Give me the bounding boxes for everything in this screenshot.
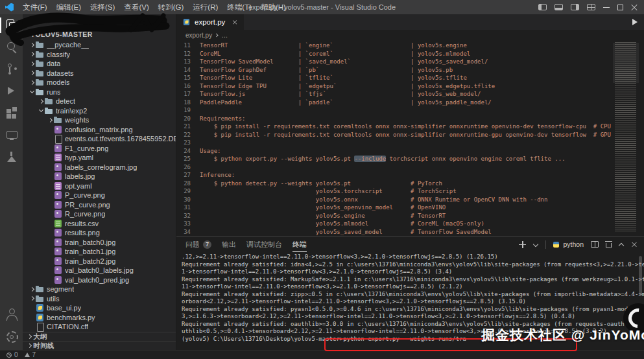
activity-bar-item[interactable] [0,303,23,325]
tree-item[interactable]: train_batch1.jpg [23,247,176,257]
problems-status[interactable]: 0 7 [6,351,36,358]
new-terminal-icon[interactable] [519,241,526,248]
panel-tab[interactable]: 调试控制台 [246,237,282,252]
code-line: 12 CoreML | `coreml` | yolov5s.mlmodel [176,50,613,58]
close-window-icon[interactable] [631,4,638,10]
tree-item[interactable]: results.csv [23,219,176,229]
menu-item[interactable]: 运行(R) [188,1,222,14]
tree-item[interactable]: opt.yaml [23,181,176,191]
tree-item[interactable]: runs [23,87,176,97]
activity-bar-item[interactable] [0,124,23,146]
tree-item[interactable]: benchmarks.py [23,313,176,323]
tree-item[interactable]: classify [23,50,176,60]
tree-file-icon [54,238,62,246]
tree-item[interactable]: data [23,59,176,69]
line-number: 27 [176,171,200,180]
tree-item-label: R_curve.png [65,210,105,218]
tree-item[interactable]: train_batch0.jpg [23,238,176,248]
activity-bar-item[interactable] [0,14,23,36]
code-line: 16 TensorFlow Edge TPU | `edgetpu` | yol… [176,82,613,91]
sidebar-section-header[interactable]: 大纲 [23,332,176,341]
tree-file-icon [54,182,62,190]
tree-item[interactable]: val_batch0_labels.jpg [23,266,176,275]
activity-bar-item[interactable] [0,146,23,168]
maximize-icon[interactable] [617,5,623,10]
chevron-right-icon [27,333,33,341]
tree-chevron-icon [47,145,54,152]
menu-item[interactable]: 查看(V) [119,1,153,14]
tree-item[interactable]: PR_curve.png [23,200,176,210]
tree-item[interactable]: labels_correlogram.jpg [23,163,176,172]
code-line: 23 [176,139,613,147]
tree-item-label: datasets [47,69,74,77]
tree-item[interactable]: hyp.yaml [23,153,176,163]
tree-item[interactable]: utils [23,294,176,304]
code-text: Requirements: [200,115,245,123]
panel-tab[interactable]: 终端 [292,237,307,252]
close-tab-icon[interactable] [233,20,237,25]
toggle-panel-icon[interactable] [555,4,563,10]
tree-file-icon [54,229,62,237]
tree-item[interactable]: val_batch0_pred.jpg [23,275,176,285]
toggle-secondary-sidebar-icon[interactable] [571,4,579,10]
tree-item[interactable]: train_batch2.jpg [23,257,176,266]
explorer-root-folder[interactable]: YOLOV5-MASTER [23,29,176,40]
panel-tab[interactable]: 问题 7 [185,237,211,252]
kill-terminal-icon[interactable] [606,243,612,248]
code-line: 33 yolov5s.mlmodel # CoreML (macOS-only) [176,220,613,228]
tree-item[interactable]: __pycache__ [23,40,176,50]
tree-chevron-icon [47,163,54,171]
tree-item[interactable]: CITATION.cff [23,322,176,332]
code-text: TensorFlow Lite | `tflite` | yolov5s.tfl… [200,74,467,82]
breadcrumb-item[interactable]: export.py [184,32,213,39]
tree-item[interactable]: train\exp2 [23,106,176,116]
close-panel-icon[interactable] [632,242,637,247]
toggle-sidebar-icon[interactable] [538,4,547,10]
tree-item[interactable]: weights [23,115,176,125]
run-python-file-icon[interactable] [632,19,638,25]
tree-file-icon [54,172,62,180]
tree-item[interactable]: base_ui.py [23,303,176,313]
activity-bar-item[interactable] [0,36,23,58]
minimap[interactable] [613,40,644,236]
split-terminal-icon[interactable] [591,241,599,248]
activity-bar-item[interactable] [0,325,23,347]
tree-item-label: weights [65,116,89,124]
menu-item[interactable]: 编辑(E) [52,1,86,14]
tree-item[interactable]: labels.jpg [23,172,176,181]
tree-item[interactable]: confusion_matrix.png [23,125,176,135]
code-editor[interactable]: 11 TensorRT | `engine` | yolov5s.engine … [176,40,644,236]
tree-chevron-icon [29,88,36,96]
sidebar-section-header[interactable]: 时间线 [23,341,176,350]
tree-item[interactable]: detect [23,97,176,106]
tree-chevron-icon [38,107,45,115]
activity-bar-item[interactable] [0,58,23,80]
customize-layout-icon[interactable] [587,4,595,10]
tab-export-py[interactable]: export.py [176,14,244,30]
terminal-profile-label[interactable]: python [563,240,584,248]
tree-item[interactable]: events.out.tfevents.1678455952.DESKTOP-M… [23,134,176,144]
tree-item[interactable]: P_curve.png [23,191,176,200]
menu-item[interactable]: 转到(G) [154,1,189,14]
tree-item[interactable]: models [23,78,176,87]
tree-item[interactable]: results.png [23,228,176,238]
tree-item[interactable]: datasets [23,69,176,78]
terminal[interactable]: .12,>=2.11->tensorflow-intel==2.11.0->te… [176,252,644,350]
minimize-icon[interactable] [603,7,610,8]
terminal-output: .12,>=2.11->tensorflow-intel==2.11.0->te… [182,253,644,336]
breadcrumb-item[interactable]: … [220,32,229,39]
tree-item[interactable]: R_curve.png [23,209,176,219]
panel-tab[interactable]: 输出 [222,237,236,252]
error-icon [6,353,12,358]
activity-bar-item[interactable] [0,80,23,102]
tree-item-label: utils [47,295,60,303]
activity-bar-item[interactable] [0,102,23,124]
menu-item[interactable]: 文件(F) [18,1,52,14]
terminal-profile-dropdown-icon[interactable] [533,242,538,247]
tree-item[interactable]: segment [23,284,176,294]
python-terminal-icon [553,242,559,248]
menu-item[interactable]: 选择(S) [86,1,119,14]
tree-item[interactable]: F1_curve.png [23,144,176,154]
terminal-scrollbar[interactable] [639,256,642,296]
maximize-panel-icon[interactable] [619,242,624,247]
